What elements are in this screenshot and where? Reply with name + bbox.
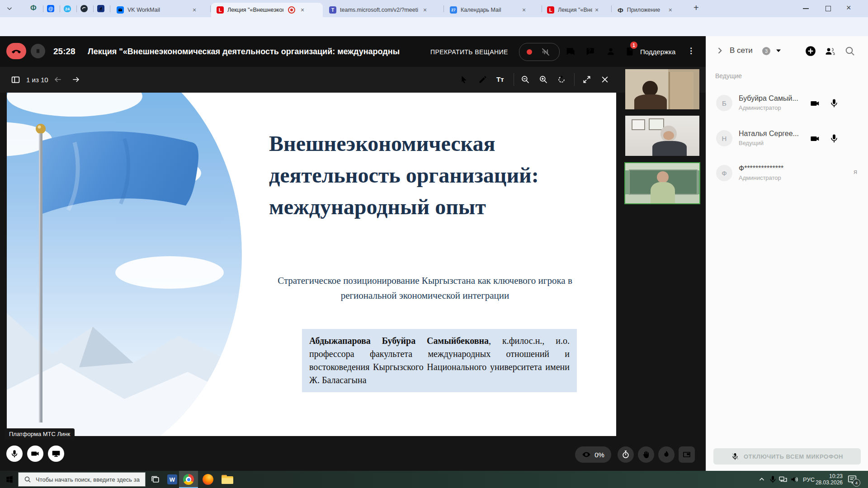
video-thumbnail-2[interactable] xyxy=(625,116,699,156)
header-menu-icon[interactable]: ⋮ xyxy=(687,46,695,56)
pinned-tab-sail-icon[interactable] xyxy=(97,5,104,12)
start-button[interactable] xyxy=(5,475,14,483)
participant-name: Ф************** xyxy=(739,164,783,173)
search-icon[interactable] xyxy=(844,46,855,56)
tab-lecture-2[interactable]: L Лекция "«Внешнеэкономичес × xyxy=(542,3,610,17)
window-restore-button[interactable] xyxy=(826,6,831,11)
video-thumbnail-1[interactable] xyxy=(625,69,699,109)
tray-mic-icon[interactable] xyxy=(769,475,777,483)
people-icon[interactable] xyxy=(825,46,835,56)
tab-close-icon[interactable]: × xyxy=(193,7,196,13)
tab-calendar-mail[interactable]: 27 Календарь Mail × xyxy=(444,3,541,17)
me-indicator: я xyxy=(854,168,857,175)
close-presentation-icon[interactable] xyxy=(600,75,609,84)
collapse-panel-chevron-icon[interactable] xyxy=(715,46,724,55)
timer-button[interactable] xyxy=(618,446,634,463)
video-thumbnail-3-active-speaker[interactable] xyxy=(624,162,700,204)
notification-center-icon[interactable]: 4 xyxy=(847,474,857,484)
word-taskbar-icon[interactable]: W xyxy=(167,474,177,484)
stop-broadcast-button[interactable]: ПРЕКРАТИТЬ ВЕЩАНИЕ xyxy=(430,48,508,56)
new-tab-button[interactable]: + xyxy=(693,3,699,13)
prev-slide-icon[interactable] xyxy=(53,75,62,84)
tab-close-icon[interactable]: × xyxy=(595,7,599,13)
rotate-icon[interactable] xyxy=(557,75,566,84)
pause-button[interactable] xyxy=(31,44,45,58)
mute-all-button[interactable]: ОТКЛЮЧИТЬ ВСЕМ МИКРОФОН xyxy=(713,448,861,465)
recording-status-pill[interactable] xyxy=(519,43,560,61)
toolbar-divider xyxy=(514,73,514,86)
mic-toggle-button[interactable] xyxy=(6,446,23,462)
vk-workmail-icon xyxy=(117,6,124,14)
tab-label: Лекция "«Внешнеэкономичес xyxy=(558,7,592,13)
pencil-tool-icon[interactable] xyxy=(478,75,487,84)
layout-button[interactable] xyxy=(679,446,695,463)
window-minimize-button[interactable] xyxy=(803,8,809,9)
tab-vk-workmail[interactable]: VK WorkMail × xyxy=(111,3,210,17)
participant-row[interactable]: Н Наталья Сергее... Ведущий xyxy=(706,127,868,152)
pinned-tab-phi-icon[interactable]: Ф xyxy=(30,4,37,12)
files-badge: 1 xyxy=(630,42,637,49)
flame-icon xyxy=(662,450,671,459)
audio-muted-icon xyxy=(541,47,550,56)
participant-row-me[interactable]: Ф Ф************** Администратор я xyxy=(706,161,868,187)
teams-icon: T xyxy=(329,6,336,14)
raise-hand-button[interactable] xyxy=(638,446,654,463)
mic-on-icon[interactable] xyxy=(829,133,839,143)
screen-share-button[interactable] xyxy=(48,446,64,462)
tab-divider xyxy=(43,5,43,12)
task-view-icon[interactable] xyxy=(150,474,160,484)
participant-role: Администратор xyxy=(739,174,781,181)
tab-lecture-active[interactable]: L Лекция "«Внешнеэкономи × xyxy=(211,3,323,17)
viewers-counter[interactable]: 0% xyxy=(575,446,611,463)
leave-call-button[interactable] xyxy=(6,43,26,59)
invite-plus-icon[interactable] xyxy=(805,45,816,57)
pinned-tab-at-icon[interactable]: @ xyxy=(47,5,54,12)
reactions-button[interactable] xyxy=(658,446,675,463)
tray-network-icon[interactable] xyxy=(778,475,788,484)
participant-row[interactable]: Б Бубуйра Самый... Администратор xyxy=(706,91,868,117)
zoom-out-icon[interactable] xyxy=(521,75,530,84)
pinned-tab-sphere-icon[interactable] xyxy=(80,5,88,12)
language-indicator[interactable]: РУС xyxy=(803,476,815,483)
tab-divider xyxy=(443,5,444,12)
clock-date: 28.03.2026 xyxy=(815,479,843,486)
participants-icon[interactable] xyxy=(606,47,616,56)
tab-close-icon[interactable]: × xyxy=(423,7,427,13)
support-button[interactable]: Поддержка xyxy=(640,48,675,56)
tab-application[interactable]: Ф Приложение × xyxy=(612,3,686,17)
room-door xyxy=(669,72,693,109)
slide-panel-icon[interactable] xyxy=(11,75,20,84)
taskbar-search-box[interactable]: Чтобы начать поиск, введите здесь запрос xyxy=(18,472,146,487)
tab-teams[interactable]: T teams.microsoft.com/v2/?meeti × xyxy=(324,3,443,17)
help-icon[interactable]: ? xyxy=(585,47,595,56)
fullscreen-icon[interactable] xyxy=(582,75,591,84)
tray-expand-icon[interactable] xyxy=(758,475,766,483)
camera-on-icon[interactable] xyxy=(810,134,820,144)
chat-icon[interactable] xyxy=(565,47,575,56)
zoom-in-icon[interactable] xyxy=(539,75,548,84)
stopwatch-icon xyxy=(621,450,630,459)
hand-icon xyxy=(642,450,651,459)
tray-volume-icon[interactable] xyxy=(790,475,799,484)
pinned-tab-cloud24-icon[interactable]: 24 xyxy=(64,5,71,12)
explorer-taskbar-icon[interactable] xyxy=(222,475,233,484)
next-slide-icon[interactable] xyxy=(71,75,80,84)
tab-close-icon[interactable]: × xyxy=(522,7,526,13)
camera-on-icon[interactable] xyxy=(810,99,820,108)
text-tool-icon[interactable]: Tт xyxy=(496,75,504,83)
mic-on-icon[interactable] xyxy=(829,98,839,108)
camera-toggle-button[interactable] xyxy=(27,446,43,462)
files-icon[interactable]: 1 xyxy=(625,47,635,56)
chrome-taskbar-slot-active[interactable] xyxy=(179,471,198,488)
tab-close-icon[interactable]: × xyxy=(301,7,304,13)
slide-author-block: Абдыжапарова Бубуйра Самыйбековна, к.фил… xyxy=(302,329,577,392)
online-label[interactable]: В сети xyxy=(730,46,753,55)
tab-close-icon[interactable]: × xyxy=(669,7,672,13)
toolbar-divider xyxy=(574,73,575,86)
tab-search-chevron-icon[interactable] xyxy=(5,5,14,13)
taskbar-clock[interactable]: 10:23 28.03.2026 xyxy=(815,473,843,486)
online-dropdown-icon[interactable] xyxy=(774,46,783,55)
firefox-taskbar-icon[interactable] xyxy=(203,474,213,485)
window-close-button[interactable]: × xyxy=(846,3,851,13)
pointer-tool-icon[interactable] xyxy=(459,75,468,84)
